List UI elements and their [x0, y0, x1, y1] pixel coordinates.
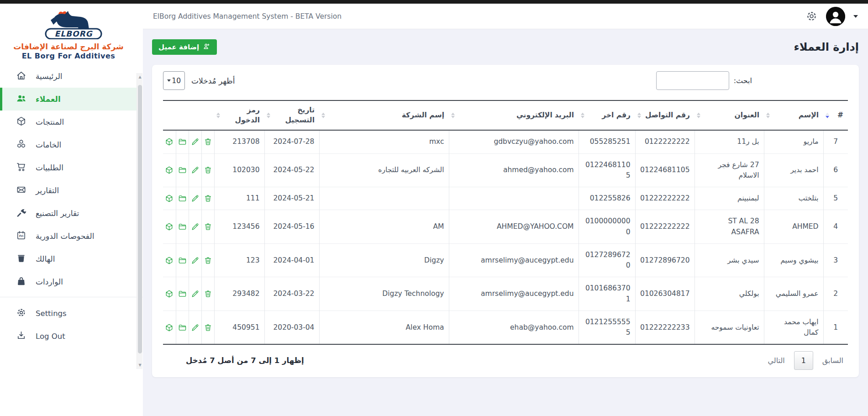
folder-action[interactable] — [176, 311, 189, 344]
cell-login-code: 293482 — [214, 277, 264, 311]
page-title: إدارة العملاء — [794, 41, 859, 53]
edit-icon[interactable] — [191, 137, 200, 146]
sidebar-item-home[interactable]: الرئيسية — [0, 65, 137, 88]
sidebar-item-customers[interactable]: العملاء — [0, 88, 137, 111]
search-input[interactable] — [656, 71, 729, 90]
sidebar-item-orders[interactable]: الطلبيات — [0, 156, 137, 179]
previous-page-button[interactable]: السابق — [818, 353, 848, 369]
folder-action[interactable] — [176, 130, 189, 153]
edit-icon[interactable] — [191, 256, 200, 264]
folder-icon[interactable] — [178, 166, 187, 174]
edit-action[interactable] — [189, 311, 201, 344]
edit-icon[interactable] — [191, 323, 200, 332]
edit-action[interactable] — [189, 187, 201, 210]
folder-icon[interactable] — [178, 256, 187, 264]
scrollbar-thumb[interactable] — [138, 85, 142, 353]
edit-icon[interactable] — [191, 290, 200, 298]
folder-icon[interactable] — [178, 194, 187, 202]
folder-icon[interactable] — [178, 290, 187, 298]
sidebar-item-reports[interactable]: التقارير — [0, 179, 137, 202]
scrollbar-up-arrow[interactable]: ▲ — [137, 74, 143, 80]
sidebar-bottom-nav: Settings Log Out — [0, 302, 137, 348]
box-icon[interactable] — [165, 290, 174, 298]
sort-icon — [267, 112, 270, 118]
folder-icon[interactable] — [178, 323, 187, 332]
header-registration-date[interactable]: تاريخ التسجيل — [264, 100, 319, 130]
add-customer-button[interactable]: إضافة عميل — [152, 39, 217, 55]
scrollbar-down-arrow[interactable]: ▼ — [137, 362, 143, 368]
box-action[interactable] — [163, 311, 176, 344]
box-icon[interactable] — [165, 323, 174, 332]
header-email[interactable]: البريد الإلكتروني — [449, 100, 579, 130]
box-action[interactable] — [163, 210, 176, 244]
next-page-button[interactable]: التالي — [763, 353, 789, 369]
box-icon[interactable] — [165, 166, 174, 174]
edit-action[interactable] — [189, 210, 201, 244]
sidebar-item-manufacturing-reports[interactable]: تقارير التصنيع — [0, 202, 137, 225]
delete-action[interactable] — [201, 243, 214, 277]
delete-action[interactable] — [201, 311, 214, 344]
user-avatar[interactable] — [826, 7, 845, 26]
box-action[interactable] — [163, 277, 176, 311]
folder-action[interactable] — [176, 187, 189, 210]
box-icon[interactable] — [165, 194, 174, 202]
user-menu-caret-icon[interactable] — [853, 15, 858, 18]
sidebar-item-label: العملاء — [36, 95, 61, 104]
delete-icon[interactable] — [204, 256, 212, 264]
box-action[interactable] — [163, 153, 176, 187]
sidebar-item-label: الطلبيات — [36, 163, 63, 172]
sidebar-item-settings[interactable]: Settings — [0, 302, 137, 325]
box-icon[interactable] — [165, 256, 174, 264]
settings-gear-icon[interactable] — [805, 10, 818, 22]
box-icon[interactable] — [165, 137, 174, 146]
box-action[interactable] — [163, 130, 176, 153]
sidebar-item-periodic-checks[interactable]: Fri الفحوصات الدورية — [0, 225, 137, 247]
cell-contact: 01222222222 — [635, 210, 694, 244]
header-login-code[interactable]: رمز الدخول — [214, 100, 264, 130]
sidebar-item-materials[interactable]: الخامات — [0, 133, 137, 156]
folder-action[interactable] — [176, 277, 189, 311]
edit-icon[interactable] — [191, 222, 200, 231]
header-contact[interactable]: رقم التواصل — [635, 100, 694, 130]
edit-icon[interactable] — [191, 194, 200, 202]
delete-icon[interactable] — [204, 323, 212, 332]
edit-action[interactable] — [189, 277, 201, 311]
box-action[interactable] — [163, 187, 176, 210]
delete-icon[interactable] — [204, 222, 212, 231]
header-company[interactable]: إسم الشركة — [319, 100, 449, 130]
box-action[interactable] — [163, 243, 176, 277]
delete-icon[interactable] — [204, 290, 212, 298]
folder-icon[interactable] — [178, 137, 187, 146]
delete-action[interactable] — [201, 130, 214, 153]
edit-action[interactable] — [189, 153, 201, 187]
edit-icon[interactable] — [191, 166, 200, 174]
header-address[interactable]: العنوان — [694, 100, 764, 130]
delete-action[interactable] — [201, 277, 214, 311]
sort-desc-icon — [826, 112, 829, 118]
header-other-number[interactable]: رقم اخر — [579, 100, 635, 130]
delete-action[interactable] — [201, 210, 214, 244]
delete-action[interactable] — [201, 187, 214, 210]
folder-action[interactable] — [176, 210, 189, 244]
sidebar-item-products[interactable]: المنتجات — [0, 111, 137, 133]
current-page-button[interactable]: 1 — [794, 351, 813, 370]
table-row: 2 عمرو السليمي بولكلي 01026304817 010168… — [163, 277, 848, 311]
edit-action[interactable] — [189, 130, 201, 153]
delete-icon[interactable] — [204, 166, 212, 174]
delete-icon[interactable] — [204, 194, 212, 202]
box-icon[interactable] — [165, 222, 174, 231]
sidebar-item-waste[interactable]: الهالك — [0, 247, 137, 270]
folder-icon[interactable] — [178, 222, 187, 231]
chevron-down-icon — [167, 79, 171, 82]
edit-action[interactable] — [189, 243, 201, 277]
sidebar-item-imports[interactable]: الواردات — [0, 270, 137, 293]
folder-action[interactable] — [176, 243, 189, 277]
entries-select[interactable]: 10 — [163, 71, 185, 90]
sidebar-item-logout[interactable]: Log Out — [0, 325, 137, 348]
delete-icon[interactable] — [204, 137, 212, 146]
sidebar-scrollbar[interactable]: ▲ ▼ — [137, 73, 142, 369]
header-name[interactable]: الإسم — [764, 100, 823, 130]
folder-action[interactable] — [176, 153, 189, 187]
delete-action[interactable] — [201, 153, 214, 187]
header-num[interactable]: # — [823, 100, 848, 130]
